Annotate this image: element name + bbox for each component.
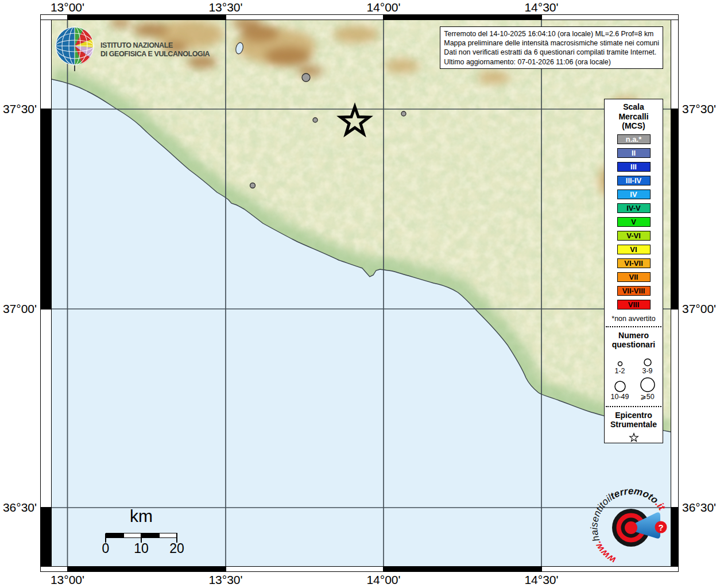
- lon-label-bottom-0: 13°00': [30, 573, 105, 587]
- frame-segment-right: [671, 309, 679, 508]
- svg-text:?: ?: [658, 523, 663, 532]
- event-info-line-4: Ultimo aggiornamento: 07-01-2026 11:06 (…: [444, 57, 659, 67]
- lon-label-bottom-1: 13°30': [188, 573, 263, 587]
- lon-label-top-1: 13°30': [188, 1, 263, 14]
- lat-label-left-0: 37°30': [0, 102, 37, 116]
- questionnaire-size-label: ⩾50: [640, 393, 654, 401]
- ingv-name-line-2: DI GEOFISICA E VULCANOLOGIA: [100, 50, 210, 59]
- ingv-logo: ISTITUTO NAZIONALE DI GEOFISICA E VULCAN…: [53, 26, 210, 72]
- mcs-swatch-list: n.a.*IIIIIIII-IVIVIV-VVV-VIVIVI-VIIVIIVI…: [617, 134, 651, 314]
- frame-segment-top: [541, 14, 679, 20]
- legend-title-line-3: (MCS): [618, 121, 648, 131]
- questionnaire-size-label: 10-49: [611, 393, 629, 401]
- legend-divider: [606, 326, 661, 327]
- questionnaire-size-icon: [611, 351, 629, 367]
- mcs-swatch-V: V: [617, 217, 651, 227]
- scale-bar-tick-label-2: 20: [160, 541, 194, 556]
- lon-label-bottom-3: 14°30': [504, 573, 579, 587]
- frame-segment-top: [40, 14, 68, 20]
- event-info-line-2: Mappa preliminare delle intensità macros…: [444, 38, 659, 48]
- epicenter-title-line-2: Strumentale: [610, 420, 657, 430]
- lat-label-left-2: 36°30': [0, 501, 37, 514]
- ingv-name-line-1: ISTITUTO NAZIONALE: [100, 41, 210, 50]
- questionnaire-size-10-49: 10-49: [606, 377, 634, 403]
- questionnaires-title-line-1: Numero: [612, 331, 655, 341]
- scale-bar: km 01020: [92, 506, 207, 564]
- map-canvas: [52, 20, 671, 566]
- lat-label-left-1: 37°00': [0, 302, 37, 316]
- mcs-swatch-VII: VII: [617, 272, 651, 282]
- questionnaire-size-⩾50: ⩾50: [634, 377, 661, 403]
- lon-label-top-2: 14°00': [346, 1, 421, 14]
- frame-segment-left: [40, 109, 52, 309]
- frame-segment-left: [40, 508, 52, 572]
- mcs-swatch-VIII: VIII: [617, 300, 651, 310]
- event-info-line-1: Terremoto del 14-10-2025 16:04:10 (ora l…: [444, 29, 659, 38]
- questionnaire-marker: [313, 118, 318, 122]
- scale-bar-segment: [123, 533, 142, 538]
- mcs-swatch-III-IV: III-IV: [617, 176, 651, 185]
- frame-segment-bottom: [68, 566, 226, 572]
- epicenter-legend-title: Epicentro Strumentale: [610, 411, 657, 430]
- questionnaire-size-label: 1-2: [614, 367, 625, 375]
- questionnaires-title-line-2: questionari: [612, 340, 655, 350]
- lat-label-right-0: 37°30': [682, 102, 720, 116]
- mcs-swatch-IV: IV: [617, 189, 651, 199]
- questionnaire-size-label: 3-9: [642, 367, 652, 375]
- frame-segment-top: [68, 14, 226, 20]
- haisentito-bullseye-icon: ?: [612, 509, 667, 547]
- haisentito-logo: www.haisentitoilterremoto.it ?: [586, 483, 676, 572]
- questionnaire-marker: [401, 111, 406, 116]
- questionnaires-title: Numero questionari: [612, 331, 655, 350]
- frame-segment-right: [671, 14, 679, 109]
- frame-segment-top: [384, 14, 541, 20]
- legend-title: Scala Mercalli (MCS): [618, 102, 648, 131]
- epicenter-title-line-1: Epicentro: [610, 411, 657, 420]
- lat-label-right-2: 36°30': [682, 501, 720, 514]
- scale-bar-segment: [141, 533, 160, 538]
- mcs-swatch-VI-VII: VI-VII: [617, 258, 651, 268]
- event-info-line-3: Dati non verificati estratti da 6 questi…: [444, 48, 659, 57]
- mercalli-legend: Scala Mercalli (MCS) n.a.*IIIIIIII-IVIVI…: [604, 99, 663, 443]
- scale-bar-segment: [159, 533, 177, 538]
- scale-bar-unit: km: [106, 506, 177, 526]
- scale-bar-segment: [106, 533, 124, 538]
- questionnaire-size-legend: 1-23-910-49⩾50: [606, 351, 661, 403]
- mcs-swatch-V-VI: V-VI: [617, 231, 651, 241]
- ingv-name: ISTITUTO NAZIONALE DI GEOFISICA E VULCAN…: [100, 39, 210, 59]
- lat-label-right-1: 37°00': [682, 302, 720, 316]
- legend-footnote: *non avvertito: [611, 315, 655, 323]
- ingv-globe-icon: [53, 26, 96, 72]
- questionnaire-size-icon: [639, 351, 656, 367]
- scale-bar-tick-label-1: 10: [124, 541, 158, 556]
- mcs-swatch-VI: VI: [617, 245, 651, 254]
- legend-title-line-1: Scala: [618, 102, 648, 112]
- epicenter-legend-star-icon: [625, 432, 642, 443]
- frame-segment-bottom: [40, 566, 68, 572]
- questionnaire-size-1-2: 1-2: [606, 351, 634, 377]
- lon-label-top-0: 13°00': [30, 1, 105, 14]
- mcs-swatch-VII-VIII: VII-VIII: [617, 286, 651, 296]
- frame-segment-left: [40, 14, 52, 109]
- scale-bar-tick-label-0: 0: [88, 541, 123, 556]
- frame-segment-bottom: [226, 566, 384, 572]
- questionnaire-marker: [250, 183, 256, 188]
- lon-label-bottom-2: 14°00': [346, 573, 421, 587]
- questionnaire-size-icon: [611, 377, 629, 393]
- legend-title-line-2: Mercalli: [618, 112, 648, 122]
- frame-segment-bottom: [384, 566, 541, 572]
- questionnaire-size-3-9: 3-9: [634, 351, 661, 377]
- questionnaire-size-icon: [639, 377, 656, 393]
- mcs-swatch-IV-V: IV-V: [617, 203, 651, 213]
- mcs-swatch-III: III: [617, 162, 651, 172]
- frame-segment-right: [671, 109, 679, 309]
- event-info-box: Terremoto del 14-10-2025 16:04:10 (ora l…: [440, 26, 663, 69]
- legend-divider-2: [606, 406, 661, 407]
- questionnaire-marker: [302, 74, 310, 82]
- mcs-swatch-II: II: [617, 148, 651, 158]
- frame-segment-left: [40, 309, 52, 508]
- lon-label-top-3: 14°30': [504, 1, 579, 14]
- mcs-swatch-n.a.*: n.a.*: [617, 134, 651, 144]
- frame-segment-top: [226, 14, 384, 20]
- macroseismic-map-page: 13°00'13°00'13°30'13°30'14°00'14°00'14°3…: [0, 0, 720, 588]
